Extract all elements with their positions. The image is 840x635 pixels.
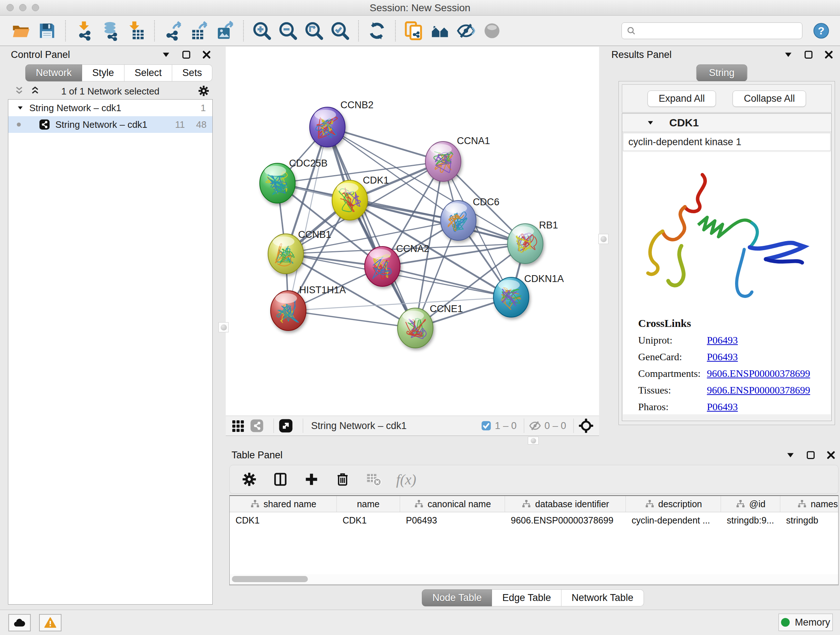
- tab-string[interactable]: String: [696, 65, 747, 81]
- zoom-out-button[interactable]: [275, 19, 301, 43]
- show-graphics-details-button[interactable]: [479, 19, 505, 43]
- network-view-canvas[interactable]: CCNB2CCNA1CDC25BCDK1CDC6RB1CCNB1CCNA2CDK…: [226, 47, 599, 416]
- network-overview-button[interactable]: [427, 19, 453, 43]
- float-panel-icon[interactable]: [783, 49, 794, 60]
- table-options-button[interactable]: [240, 470, 258, 488]
- table-cell[interactable]: cyclin-dependent ...: [626, 512, 721, 528]
- crosslink-label: Uniprot:: [638, 334, 707, 346]
- column-header-database-identifier[interactable]: database identifier: [505, 496, 626, 512]
- node-CDKN1A[interactable]: CDKN1A: [493, 273, 564, 317]
- save-session-button[interactable]: [34, 19, 60, 43]
- warnings-button[interactable]: [39, 614, 62, 631]
- string-view-button[interactable]: [249, 418, 264, 433]
- zoom-fit-button[interactable]: [301, 19, 327, 43]
- bottom-splitter-handle[interactable]: [528, 437, 538, 445]
- column-label: @id: [749, 499, 766, 509]
- zoom-in-button[interactable]: [249, 19, 275, 43]
- close-panel-icon[interactable]: [823, 49, 834, 60]
- create-column-button[interactable]: [303, 470, 320, 488]
- scrollbar-thumb[interactable]: [232, 576, 308, 582]
- network-graph[interactable]: CCNB2CCNA1CDC25BCDK1CDC6RB1CCNB1CCNA2CDK…: [226, 47, 599, 416]
- expand-all-button[interactable]: Expand All: [647, 90, 716, 107]
- import-network-from-file-button[interactable]: [71, 19, 97, 43]
- search-input[interactable]: [622, 22, 802, 39]
- zoom-selected-button[interactable]: [327, 19, 353, 43]
- node-CCNE1[interactable]: CCNE1: [398, 303, 463, 348]
- float-panel-icon[interactable]: [161, 49, 172, 60]
- gene-description: cyclin-dependent kinase 1: [623, 133, 831, 151]
- float-panel-icon[interactable]: [785, 450, 796, 461]
- gene-section-scrollbar[interactable]: [623, 415, 831, 420]
- export-table-button[interactable]: [186, 19, 212, 43]
- apply-layout-button[interactable]: [364, 19, 390, 43]
- table-cell[interactable]: CDK1: [230, 512, 337, 528]
- left-splitter-handle[interactable]: [218, 322, 229, 333]
- tab-node-table[interactable]: Node Table: [422, 589, 492, 606]
- collapse-all-button[interactable]: Collapse All: [733, 90, 806, 107]
- table-cell[interactable]: P06493: [400, 512, 505, 528]
- edge-CCNB2-CCNE1[interactable]: [327, 127, 415, 328]
- show-columns-button[interactable]: [272, 470, 289, 488]
- table-cell[interactable]: stringdb:9...: [721, 512, 780, 528]
- tab-sets[interactable]: Sets: [172, 65, 212, 81]
- crosslink-link[interactable]: P06493: [707, 334, 738, 346]
- hide-graphics-details-button[interactable]: [453, 19, 479, 43]
- export-image-button[interactable]: [212, 19, 238, 43]
- gene-section-header[interactable]: CDK1: [622, 114, 831, 132]
- node-CDC6[interactable]: CDC6: [441, 196, 500, 241]
- crosslink-link[interactable]: 9606.ENSP00000378699: [707, 385, 810, 396]
- detach-view-button[interactable]: [278, 418, 294, 433]
- maximize-panel-icon[interactable]: [181, 49, 192, 60]
- grid-mode-button[interactable]: [231, 419, 245, 432]
- import-table-icon: [126, 21, 146, 41]
- tab-network-table[interactable]: Network Table: [561, 589, 644, 606]
- tab-style[interactable]: Style: [82, 65, 125, 81]
- network-options-gear-icon[interactable]: [197, 85, 210, 97]
- export-network-button[interactable]: [160, 19, 186, 43]
- node-CDK1[interactable]: CDK1: [332, 175, 389, 220]
- edge-CCNA2-CDKN1A[interactable]: [382, 266, 511, 297]
- table-row[interactable]: CDK1CDK1P064939606.ENSP00000378699cyclin…: [230, 512, 838, 528]
- gene-caret-icon[interactable]: [646, 119, 655, 127]
- import-table-from-file-button[interactable]: [123, 19, 149, 43]
- column-header--id[interactable]: @id: [721, 496, 780, 512]
- cloud-button[interactable]: [8, 614, 31, 631]
- column-header-name[interactable]: name: [337, 496, 400, 512]
- maximize-panel-icon[interactable]: [805, 450, 816, 461]
- crosslink-link[interactable]: 9606.ENSP00000378699: [707, 368, 810, 379]
- tab-select[interactable]: Select: [125, 65, 172, 81]
- node-CCNB2[interactable]: CCNB2: [309, 100, 374, 147]
- crosslink-link[interactable]: P06493: [707, 351, 738, 363]
- edge-HIST1H1A-CCNE1[interactable]: [288, 310, 415, 328]
- tab-edge-table[interactable]: Edge Table: [492, 589, 561, 606]
- column-header-shared-name[interactable]: shared name: [230, 496, 337, 512]
- close-panel-icon[interactable]: [826, 450, 836, 461]
- table-cell[interactable]: 9606.ENSP00000378699: [505, 512, 626, 528]
- table-cell[interactable]: stringdb: [780, 512, 838, 528]
- node-RB1[interactable]: RB1: [508, 220, 558, 264]
- maximize-panel-icon[interactable]: [803, 49, 814, 60]
- open-session-button[interactable]: [8, 19, 34, 43]
- memory-button[interactable]: Memory: [778, 614, 833, 631]
- network-row-selected[interactable]: String Network – cdk1 11 48: [8, 116, 212, 133]
- help-button[interactable]: ?: [810, 20, 832, 42]
- close-panel-icon[interactable]: [201, 49, 212, 60]
- crosslink-link[interactable]: P06493: [707, 401, 738, 413]
- node-CCNA1[interactable]: CCNA1: [425, 135, 490, 181]
- delete-column-button[interactable]: [334, 470, 351, 488]
- network-collection-row[interactable]: String Network – cdk1 1: [8, 100, 212, 116]
- crosslinks-block: CrossLinks Uniprot:P06493GeneCard:P06493…: [638, 317, 831, 413]
- tab-network[interactable]: Network: [25, 65, 82, 81]
- birdseye-icon[interactable]: [578, 418, 594, 434]
- hidden-eye-icon[interactable]: [529, 419, 542, 432]
- table-horizontal-scrollbar[interactable]: [229, 574, 838, 585]
- column-header-canonical-name[interactable]: canonical name: [400, 496, 505, 512]
- import-network-from-database-button[interactable]: [97, 19, 123, 43]
- table-cell[interactable]: CDK1: [337, 512, 400, 528]
- node-table[interactable]: shared namenamecanonical namedatabase id…: [229, 495, 838, 585]
- column-header-namespace[interactable]: namespace: [780, 496, 838, 512]
- column-header-description[interactable]: description: [626, 496, 721, 512]
- clone-network-button[interactable]: [401, 19, 427, 43]
- selected-checkbox-icon[interactable]: [480, 420, 492, 432]
- collection-caret-icon[interactable]: [16, 104, 24, 112]
